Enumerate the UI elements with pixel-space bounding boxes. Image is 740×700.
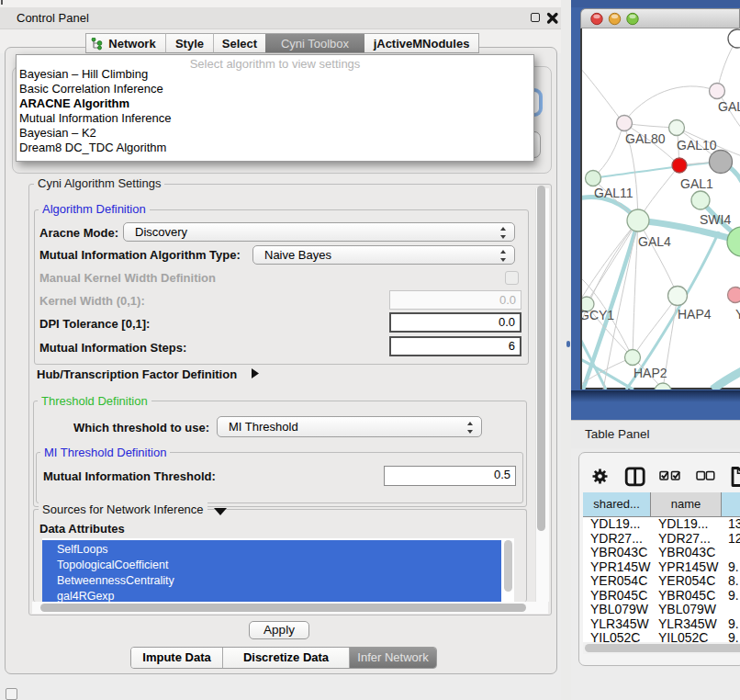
svg-text:GAL11: GAL11 [594, 186, 633, 200]
svg-text:GAL7: GAL7 [718, 99, 740, 114]
svg-text:GAL4: GAL4 [638, 234, 671, 249]
svg-text:Y: Y [735, 307, 740, 322]
svg-text:HAP2: HAP2 [633, 366, 667, 380]
svg-text:GAL1: GAL1 [680, 176, 713, 191]
svg-text:GAL80: GAL80 [625, 131, 666, 146]
svg-text:GAL10: GAL10 [677, 138, 717, 152]
svg-text:GCY1: GCY1 [582, 308, 614, 322]
svg-text:SWI4: SWI4 [700, 212, 731, 227]
svg-text:HAP4: HAP4 [678, 307, 712, 322]
